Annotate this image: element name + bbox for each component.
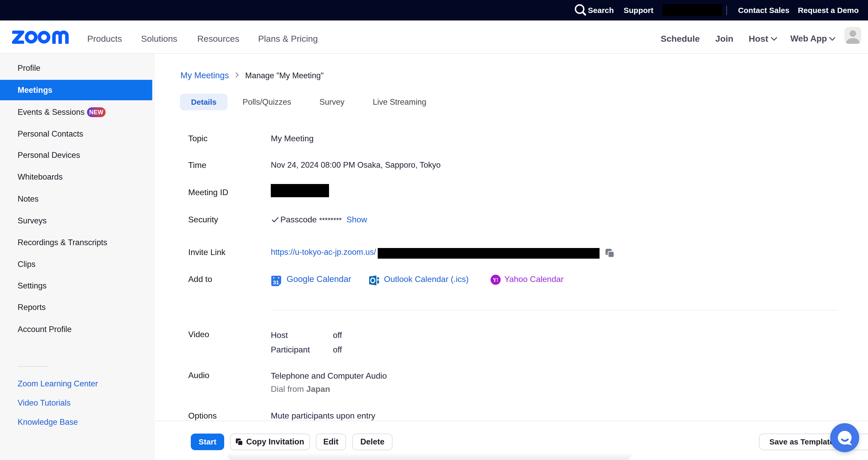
svg-text:31: 31	[273, 279, 279, 285]
svg-text:Y!: Y!	[493, 277, 498, 283]
